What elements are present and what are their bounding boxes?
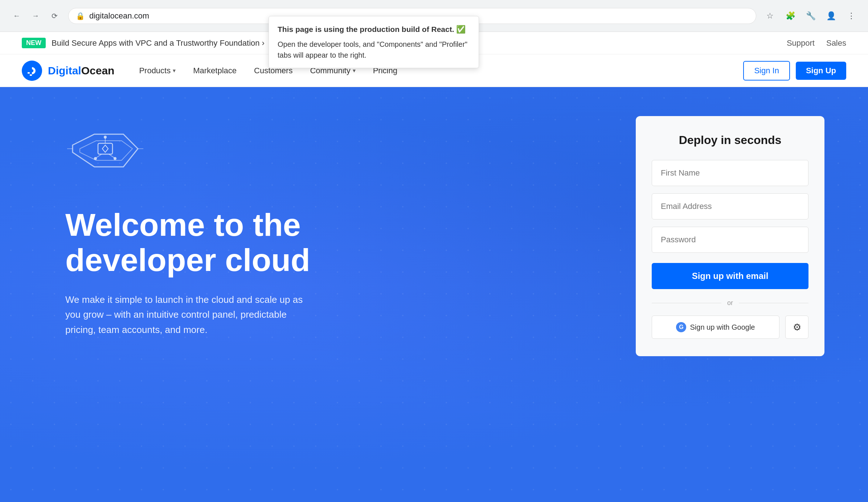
social-buttons: G Sign up with Google ⚙	[652, 316, 808, 339]
password-input[interactable]	[652, 227, 808, 253]
refresh-button[interactable]: ⟳	[46, 8, 62, 24]
profile-button[interactable]: 👤	[823, 8, 839, 24]
signup-email-button[interactable]: Sign up with email	[652, 263, 808, 289]
sign-in-button[interactable]: Sign In	[743, 61, 790, 81]
svg-line-8	[109, 154, 114, 158]
signup-card: Deploy in seconds Sign up with email or …	[636, 116, 824, 356]
google-signup-button[interactable]: G Sign up with Google	[652, 316, 779, 339]
extension-button[interactable]: 🧩	[782, 8, 798, 24]
divider-line-right	[739, 303, 808, 303]
signup-card-title: Deploy in seconds	[652, 133, 808, 147]
svg-marker-12	[102, 145, 108, 152]
google-btn-text: Sign up with Google	[690, 323, 755, 332]
sign-up-button[interactable]: Sign Up	[796, 62, 846, 80]
divider-line-left	[652, 303, 721, 303]
github-signup-button[interactable]: ⚙	[785, 316, 808, 339]
bookmark-button[interactable]: ☆	[762, 8, 778, 24]
signup-divider: or	[652, 299, 808, 307]
email-input[interactable]	[652, 193, 808, 219]
svg-point-11	[114, 157, 116, 160]
svg-point-10	[94, 157, 97, 160]
forward-button[interactable]: →	[28, 8, 44, 24]
nav-marketplace[interactable]: Marketplace	[186, 63, 244, 78]
products-chevron-icon: ▾	[173, 67, 176, 74]
password-field	[652, 227, 808, 253]
svg-rect-2	[28, 72, 30, 74]
hero-graphic	[65, 131, 607, 190]
banner-arrow-icon: ›	[262, 38, 265, 48]
website: NEW Build Secure Apps with VPC and a Tru…	[0, 32, 868, 502]
browser-nav-buttons: ← → ⟳	[9, 8, 62, 24]
back-button[interactable]: ←	[9, 8, 25, 24]
hero-title: Welcome to thedeveloper cloud	[65, 207, 607, 278]
banner-right-links: Support Sales	[787, 38, 846, 48]
lock-icon: 🔒	[76, 12, 85, 20]
new-badge: NEW	[22, 38, 46, 48]
url-text: digitalocean.com	[89, 11, 149, 21]
first-name-field	[652, 160, 808, 186]
menu-button[interactable]: ⋮	[843, 8, 859, 24]
extensions-button[interactable]: 🔧	[803, 8, 819, 24]
svg-point-9	[104, 136, 107, 139]
hero-left: Welcome to thedeveloper cloud We make it…	[65, 116, 607, 337]
sales-link[interactable]: Sales	[826, 38, 846, 48]
tooltip-title: This page is using the production build …	[278, 24, 470, 35]
support-link[interactable]: Support	[787, 38, 815, 48]
email-field	[652, 193, 808, 219]
nav-products[interactable]: Products ▾	[132, 63, 183, 78]
banner-text[interactable]: Build Secure Apps with VPC and a Trustwo…	[52, 38, 265, 48]
first-name-input[interactable]	[652, 160, 808, 186]
svg-rect-1	[30, 74, 32, 76]
logo-text: DigitalOcean	[48, 65, 114, 77]
hero-section: Welcome to thedeveloper cloud We make it…	[0, 87, 868, 502]
community-chevron-icon: ▾	[353, 67, 356, 74]
browser-actions: ☆ 🧩 🔧 👤 ⋮	[762, 8, 859, 24]
github-icon: ⚙	[793, 322, 801, 333]
svg-line-7	[96, 154, 102, 158]
react-tooltip: This page is using the production build …	[269, 16, 479, 68]
tooltip-body: Open the developer tools, and "Component…	[278, 39, 470, 61]
hero-subtitle: We make it simple to launch in the cloud…	[65, 292, 319, 338]
google-icon: G	[676, 322, 686, 332]
logo[interactable]: DigitalOcean	[22, 61, 114, 81]
logo-icon	[22, 61, 42, 81]
divider-text: or	[727, 299, 733, 307]
header-actions: Sign In Sign Up	[743, 61, 846, 81]
